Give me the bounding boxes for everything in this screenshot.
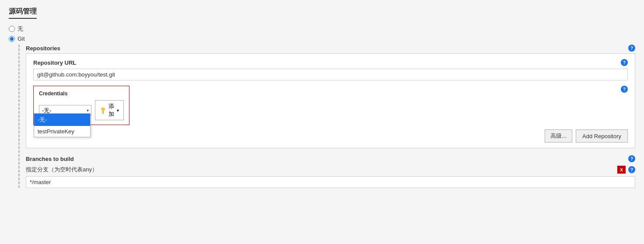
radio-none-input[interactable]: [9, 26, 15, 32]
repo-url-input[interactable]: [33, 69, 628, 80]
radio-git-label: Git: [18, 35, 25, 42]
radio-git-input[interactable]: [9, 36, 15, 42]
branch-delete-button[interactable]: x: [617, 166, 626, 174]
add-repository-button[interactable]: Add Repository: [576, 129, 628, 143]
credentials-dropdown-list: -无- testPrivateKey: [34, 113, 91, 137]
credentials-row-outer: Credentials -无- testPrivateKey 🔑 添加: [33, 86, 628, 125]
page-title: 源码管理: [9, 7, 37, 19]
radio-git[interactable]: Git: [9, 35, 635, 42]
radio-none-label: 无: [18, 25, 23, 33]
credentials-add-label: 添加: [108, 102, 115, 118]
key-icon: 🔑: [98, 106, 107, 114]
git-section: Repositories ? Repository URL ? Credenti…: [18, 45, 635, 188]
credentials-box: Credentials -无- testPrivateKey 🔑 添加: [33, 86, 130, 125]
repositories-header-row: Repositories ?: [26, 45, 635, 52]
branches-section: Branches to build ? 指定分支（为空时代表any） x ?: [26, 155, 635, 188]
advanced-button[interactable]: 高级...: [545, 129, 572, 143]
branches-help-icon[interactable]: ?: [628, 155, 635, 162]
branch-sub-row: 指定分支（为空时代表any） x ?: [26, 166, 635, 174]
branch-sub-icons: x ?: [617, 166, 635, 174]
dropdown-item-testprivatekey[interactable]: testPrivateKey: [34, 126, 90, 137]
radio-group-none: 无 Git: [9, 25, 635, 42]
credentials-label: Credentials: [39, 91, 124, 97]
branches-label: Branches to build: [26, 156, 74, 162]
credentials-help-icon[interactable]: ?: [621, 86, 628, 93]
dropdown-item-none[interactable]: -无-: [34, 114, 90, 126]
page-container: 源码管理 无 Git Repositories ? Repository URL…: [0, 0, 644, 244]
repo-actions: 高级... Add Repository: [33, 129, 628, 143]
credentials-add-button[interactable]: 🔑 添加 ▾: [95, 100, 124, 120]
branch-sub-label: 指定分支（为空时代表any）: [26, 166, 98, 174]
repo-url-label: Repository URL: [33, 59, 76, 66]
branch-value-input[interactable]: [26, 176, 635, 188]
credentials-wrapper: Credentials -无- testPrivateKey 🔑 添加: [33, 86, 130, 125]
radio-none[interactable]: 无: [9, 25, 635, 33]
repositories-help-icon[interactable]: ?: [628, 45, 635, 52]
branches-header: Branches to build ?: [26, 155, 635, 162]
repositories-label: Repositories: [26, 45, 60, 52]
dropdown-arrow-icon: ▾: [117, 108, 119, 113]
repo-inner-box: Repository URL ? Credentials -无- test: [26, 53, 635, 148]
repo-url-help-icon[interactable]: ?: [621, 59, 628, 66]
repo-url-field: Repository URL ?: [33, 59, 628, 80]
branch-sub-help-icon[interactable]: ?: [628, 166, 635, 173]
